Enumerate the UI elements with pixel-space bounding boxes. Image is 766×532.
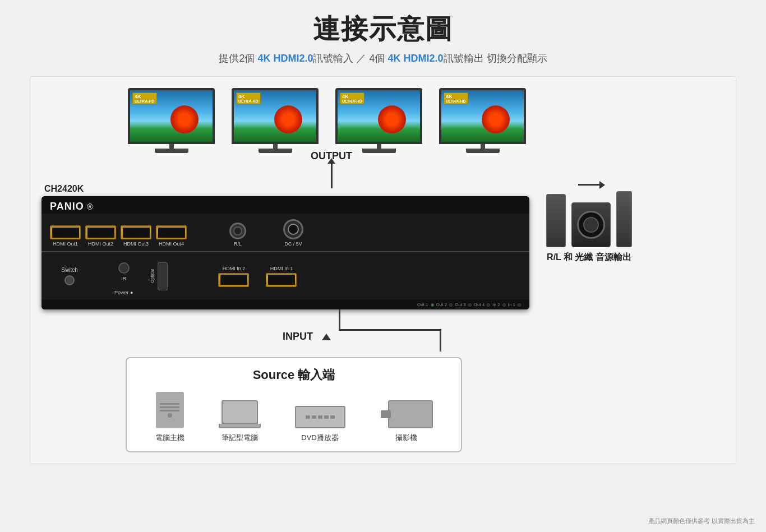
switch-button[interactable] bbox=[64, 275, 75, 285]
brand-label: PANIO bbox=[50, 201, 84, 212]
camera-lens bbox=[381, 410, 391, 418]
pc-line1 bbox=[160, 403, 179, 405]
led-out3: Out 3 bbox=[455, 302, 466, 307]
led-out3-dot bbox=[468, 303, 472, 307]
tv-badge-1: 4KULTRA-HD bbox=[132, 92, 157, 104]
hdmi-out3-port bbox=[121, 225, 151, 239]
port-rl: R/L bbox=[229, 223, 246, 247]
input-label: INPUT bbox=[283, 331, 313, 343]
pc-power-btn bbox=[168, 413, 172, 418]
speaker-left bbox=[546, 194, 566, 247]
source-item-camera: 攝影機 bbox=[380, 400, 433, 443]
page-container: 連接示意圖 提供2個 4K HDMI2.0訊號輸入 ／ 4個 4K HDMI2.… bbox=[0, 0, 766, 532]
source-item-dvd: DVD播放器 bbox=[295, 406, 345, 443]
tv-connector-1 bbox=[169, 144, 174, 149]
tv-screen-3: 4KULTRA-HD bbox=[335, 88, 422, 144]
camera-icon bbox=[388, 400, 433, 428]
switch-label: Switch bbox=[61, 267, 77, 273]
tv-flower-1 bbox=[170, 105, 199, 133]
device-top: HDMI Out1 HDMI Out2 HDMI Out3 bbox=[41, 214, 529, 252]
arrow-right-line bbox=[578, 184, 601, 186]
power-group: Power ● bbox=[114, 290, 133, 295]
device-box: PANIO ® HDMI Out1 HDMI Out2 bbox=[41, 196, 529, 309]
hdmi-in1-port bbox=[266, 273, 297, 287]
source-label-pc: 電腦主機 bbox=[155, 433, 184, 443]
tv-connector-3 bbox=[377, 144, 381, 149]
tv-flower-2 bbox=[274, 105, 302, 133]
hdmi-out4-port bbox=[156, 225, 187, 239]
speaker-group bbox=[546, 191, 632, 247]
led-out4-dot bbox=[487, 303, 490, 307]
subtitle-highlight2: 4K HDMI2.0 bbox=[388, 53, 444, 64]
laptop-screen bbox=[222, 400, 258, 424]
laptop-base bbox=[219, 424, 261, 428]
source-title: Source 輸入端 bbox=[138, 367, 450, 383]
right-section: R/L 和 光纖 音源輸出 bbox=[546, 184, 632, 263]
hdmi-in1-label: HDMI In 1 bbox=[270, 266, 293, 271]
dvd-slots bbox=[306, 415, 335, 419]
source-label-laptop: 筆記型電腦 bbox=[222, 433, 258, 443]
hdmi-out2-port bbox=[85, 225, 116, 239]
hdmi-out1-label: HDMI Out1 bbox=[53, 241, 78, 247]
optical-group: Optical bbox=[150, 262, 168, 290]
tv-badge-2: 4KULTRA-HD bbox=[236, 92, 261, 104]
tv-item-2: 4KULTRA-HD bbox=[232, 88, 319, 153]
brand-dot: ® bbox=[87, 202, 93, 211]
device-label-row: CH2420K bbox=[44, 184, 84, 194]
diagram-area: 4KULTRA-HD 4KULTRA-HD 4KULTRA-HD bbox=[30, 76, 736, 464]
hdmi-out3-label: HDMI Out3 bbox=[123, 241, 149, 247]
subwoofer-inner bbox=[583, 217, 599, 233]
port-hdmi-out3: HDMI Out3 bbox=[121, 225, 151, 247]
hdmi-in2-port bbox=[218, 273, 249, 287]
optical-port bbox=[158, 262, 168, 290]
ir-label: IR bbox=[121, 276, 126, 281]
rl-port-inner bbox=[233, 226, 242, 235]
source-box: Source 輸入端 電腦主機 bbox=[126, 357, 462, 452]
led-out4: Out 4 bbox=[474, 302, 485, 307]
tv-badge-4: 4KULTRA-HD bbox=[444, 92, 468, 104]
dvd-slot4 bbox=[324, 415, 329, 419]
page-title: 連接示意圖 bbox=[313, 11, 453, 47]
camera-wrapper bbox=[388, 400, 433, 428]
port-hdmi-out2: HDMI Out2 bbox=[85, 225, 116, 247]
hdmi-in2-group: HDMI In 2 bbox=[218, 266, 249, 287]
led-out1: Out 1 bbox=[417, 302, 428, 307]
input-arrow-up bbox=[322, 334, 331, 340]
hdmi-out4-label: HDMI Out4 bbox=[159, 241, 184, 247]
tv-screen-1: 4KULTRA-HD bbox=[128, 88, 215, 144]
device-bottom: Switch IR Power ● bbox=[41, 252, 529, 300]
subwoofer-circle bbox=[577, 211, 605, 239]
subtitle-highlight1: 4K HDMI2.0 bbox=[257, 53, 313, 64]
led-out2: Out 2 bbox=[436, 302, 447, 307]
dvd-slot1 bbox=[306, 415, 310, 419]
ir-port bbox=[118, 262, 130, 274]
tv-connector-4 bbox=[481, 144, 485, 149]
dvd-slot5 bbox=[330, 415, 335, 419]
source-label-dvd: DVD播放器 bbox=[301, 433, 338, 443]
port-dc: DC / 5V bbox=[283, 219, 303, 247]
tv-screen-2: 4KULTRA-HD bbox=[232, 88, 319, 144]
dvd-slot2 bbox=[312, 415, 316, 419]
hdmi-in1-group: HDMI In 1 bbox=[266, 266, 297, 287]
led-in1-dot bbox=[518, 303, 521, 307]
port-row-outputs: HDMI Out1 HDMI Out2 HDMI Out3 bbox=[50, 219, 521, 247]
subtitle-mid1: 訊號輸入 ／ 4個 bbox=[313, 53, 387, 64]
subtitle-end: 訊號輸出 切換分配顯示 bbox=[444, 53, 547, 64]
pc-line2 bbox=[160, 406, 179, 408]
pc-icon bbox=[156, 392, 184, 428]
source-item-laptop: 筆記型電腦 bbox=[219, 400, 261, 443]
power-label: Power ● bbox=[114, 290, 133, 295]
tv-flower-4 bbox=[482, 105, 510, 133]
tv-row: 4KULTRA-HD 4KULTRA-HD 4KULTRA-HD bbox=[128, 88, 526, 153]
optical-label: Optical bbox=[150, 269, 155, 283]
hdmi-out2-label: HDMI Out2 bbox=[88, 241, 113, 247]
subtitle: 提供2個 4K HDMI2.0訊號輸入 ／ 4個 4K HDMI2.0訊號輸出 … bbox=[219, 52, 547, 65]
pc-line3 bbox=[160, 410, 179, 411]
source-label-camera: 攝影機 bbox=[395, 433, 417, 443]
rl-port bbox=[229, 223, 246, 239]
dc-label: DC / 5V bbox=[284, 241, 302, 247]
subwoofer bbox=[571, 202, 611, 247]
dc-port-inner bbox=[288, 224, 299, 235]
rl-label: R/L bbox=[234, 241, 242, 247]
led-in2-dot bbox=[502, 303, 506, 307]
